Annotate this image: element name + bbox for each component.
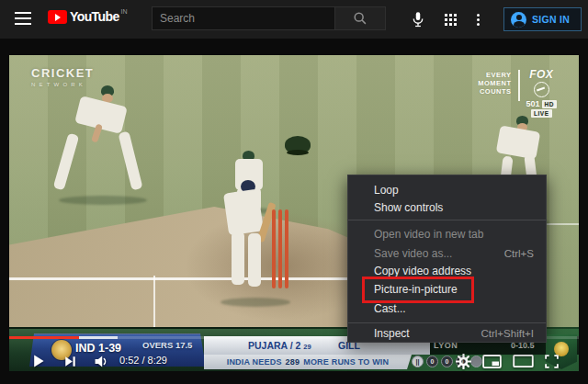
cricket-network-logo: CRICKET NETWORK — [31, 66, 94, 87]
menu-separator — [348, 322, 546, 323]
youtube-page: YouTube IN SI — [0, 0, 588, 384]
region-code: IN — [121, 8, 128, 15]
stumps — [272, 209, 292, 288]
person-icon — [511, 12, 526, 28]
youtube-logo-text: YouTube — [70, 10, 119, 24]
hd-badge: HD — [542, 100, 557, 108]
menu-item-loop[interactable]: Loop — [348, 182, 546, 199]
context-menu: Loop Show controls Open video in new tab… — [347, 175, 547, 343]
fox-divider — [518, 70, 520, 101]
apps-grid-button[interactable] — [438, 7, 462, 31]
fullscreen-button[interactable] — [540, 353, 562, 369]
sign-in-button[interactable]: SIGN IN — [503, 7, 582, 31]
helmet-on-ground — [285, 136, 311, 156]
overs-label: OVERS 17.5 — [142, 340, 192, 350]
time-display: 0:52 / 8:29 — [119, 355, 167, 366]
volume-button[interactable] — [90, 353, 110, 369]
miniplayer-icon — [482, 355, 502, 368]
youtube-play-icon — [48, 10, 67, 24]
shortcut-ctrl-shift-i: Ctrl+Shift+I — [481, 325, 534, 343]
channel-number: 501 — [526, 99, 540, 108]
play-button[interactable] — [29, 353, 48, 369]
fielder-slip — [53, 85, 156, 207]
settings-button[interactable] — [454, 353, 472, 369]
shortcut-ctrl-s: Ctrl+S — [504, 245, 534, 263]
menu-hamburger-icon[interactable] — [15, 12, 31, 25]
fox-logo-text: FOX — [526, 68, 557, 81]
live-badge: LIVE — [531, 109, 551, 118]
scoreboard-message-bar: INDIA NEEDS 289 MORE RUNS TO WIN — [204, 355, 412, 369]
fox-cricket-bug: EVERY MOMENT COUNTS FOX 501 HD LIVE — [478, 68, 557, 118]
return-crease-line — [153, 276, 155, 327]
menu-item-open-video-new-tab: Open video in new tab — [348, 226, 546, 243]
batsman-striker — [215, 180, 307, 309]
masthead: YouTube IN SI — [0, 0, 588, 39]
next-icon — [63, 355, 77, 368]
next-button[interactable] — [61, 353, 79, 369]
search-icon — [353, 11, 368, 26]
progress-played — [9, 336, 79, 339]
cricket-network-line2: NETWORK — [31, 82, 94, 87]
menu-separator — [348, 220, 546, 220]
apps-grid-icon — [445, 14, 457, 26]
fox-tagline: EVERY MOMENT COUNTS — [478, 68, 511, 118]
striker-score: PUJARA / 2 29 — [248, 340, 311, 351]
play-icon — [31, 354, 46, 368]
gear-icon — [456, 354, 471, 369]
mic-button[interactable] — [406, 7, 430, 31]
pip-highlight-annotation — [362, 277, 474, 303]
mic-icon — [410, 11, 426, 28]
menu-item-show-controls[interactable]: Show controls — [348, 199, 546, 217]
theater-mode-button[interactable] — [511, 353, 535, 369]
kebab-icon — [477, 12, 480, 28]
volume-icon — [93, 354, 108, 369]
sign-in-label: SIGN IN — [532, 14, 570, 25]
fullscreen-icon — [544, 354, 560, 369]
theater-icon — [513, 355, 534, 367]
miniplayer-button[interactable] — [481, 353, 503, 369]
more-options-button[interactable] — [469, 7, 487, 31]
search-input[interactable] — [153, 7, 349, 29]
youtube-logo[interactable]: YouTube IN — [48, 10, 128, 24]
cricket-network-line1: CRICKET — [31, 66, 94, 80]
search-box — [152, 6, 335, 30]
search-button[interactable] — [334, 6, 386, 30]
fox-ball-icon — [534, 82, 549, 97]
menu-item-inspect[interactable]: Inspect Ctrl+Shift+I — [348, 325, 546, 343]
menu-item-save-video-as: Save video as... Ctrl+S — [348, 245, 546, 263]
